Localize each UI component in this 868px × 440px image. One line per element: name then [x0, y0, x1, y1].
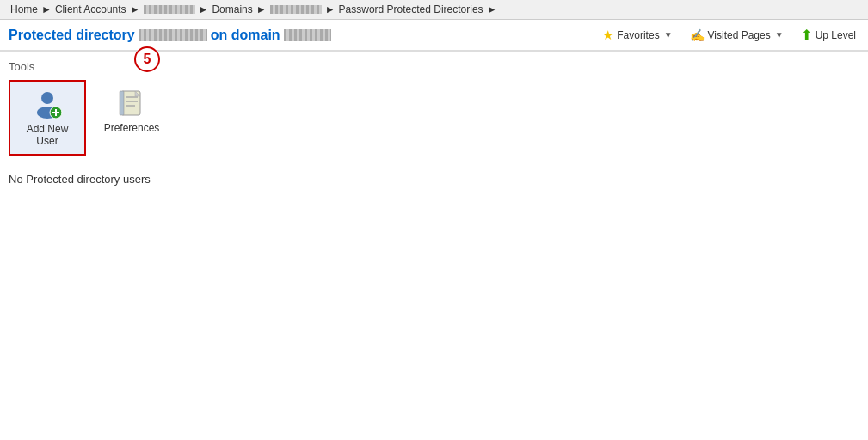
breadcrumb-password-protected[interactable]: Password Protected Directories	[339, 3, 483, 15]
preferences-icon	[116, 88, 147, 119]
up-level-icon: ⬆	[801, 27, 812, 43]
tools-row: Add New User Preferences	[9, 80, 859, 156]
tools-section: Tools Add New User	[0, 52, 868, 156]
svg-point-0	[41, 92, 53, 104]
add-new-user-button[interactable]: Add New User	[9, 80, 86, 156]
page-title: Protected directory on domain	[9, 28, 331, 43]
favorites-button[interactable]: ★ Favorites ▼	[599, 26, 675, 45]
breadcrumb-client-accounts[interactable]: Client Accounts	[55, 3, 126, 15]
preferences-button[interactable]: Preferences	[93, 80, 170, 142]
svg-rect-6	[120, 91, 124, 115]
breadcrumb-home[interactable]: Home	[10, 3, 38, 15]
header-row: Protected directory on domain ★ Favorite…	[0, 20, 868, 51]
breadcrumb-redacted-2	[270, 5, 322, 14]
breadcrumb-domains[interactable]: Domains	[212, 3, 252, 15]
step-badge: 5	[134, 46, 160, 72]
favorites-chevron-icon: ▼	[664, 30, 673, 40]
no-users-message: No Protected directory users	[0, 156, 868, 203]
breadcrumb-redacted-1	[144, 5, 195, 14]
visited-pages-chevron-icon: ▼	[775, 30, 784, 40]
breadcrumb: Home ► Client Accounts ► ► Domains ► ► P…	[0, 0, 868, 20]
visited-pages-button[interactable]: ✍ Visited Pages ▼	[686, 27, 787, 44]
star-icon: ★	[602, 28, 613, 43]
top-toolbar: ★ Favorites ▼ ✍ Visited Pages ▼ ⬆ Up Lev…	[599, 25, 859, 45]
header-redacted-domain	[284, 29, 331, 41]
add-user-icon	[32, 89, 63, 119]
header-redacted-dir	[139, 29, 207, 41]
visited-pages-icon: ✍	[690, 28, 705, 42]
up-level-button[interactable]: ⬆ Up Level	[797, 25, 859, 45]
